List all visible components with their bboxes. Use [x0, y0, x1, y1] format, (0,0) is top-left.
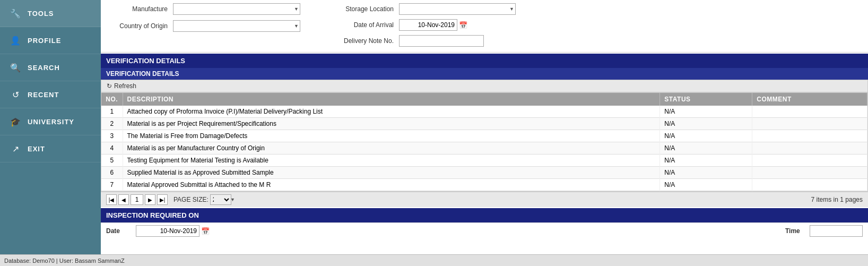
cell-description: Attached copy of Proforma Invoice (P.I)/…: [123, 106, 660, 118]
cell-comment: [752, 106, 867, 118]
date-of-arrival-wrapper: 10-Nov-2019 📅: [399, 19, 468, 31]
table-row: 1 Attached copy of Proforma Invoice (P.I…: [101, 106, 867, 118]
country-select-wrapper: [173, 20, 300, 32]
inspection-date-label: Date: [106, 227, 133, 235]
cell-status: N/A: [660, 106, 752, 118]
refresh-label: Refresh: [114, 82, 136, 90]
status-bar: Database: Demo70 | User: Bassam SammanZ: [0, 254, 868, 266]
search-icon: 🔍: [10, 62, 21, 73]
sidebar-label-recent: RECENT: [28, 91, 59, 99]
manufacture-select-wrapper: [173, 3, 300, 15]
refresh-icon: ↻: [107, 82, 112, 90]
next-page-button[interactable]: ▶: [145, 194, 155, 205]
first-page-button[interactable]: |◀: [106, 194, 117, 205]
top-form: Manufacture Country of Origin: [101, 0, 868, 53]
sidebar-label-exit: EXIT: [28, 145, 45, 153]
table-row: 3 The Material is Free from Damage/Defec…: [101, 130, 867, 142]
verification-table: NO. DESCRIPTION STATUS COMMENT 1 Attache…: [101, 93, 867, 191]
col-status: STATUS: [660, 93, 752, 106]
verification-section-title: VERIFICATION DETAILS: [106, 57, 185, 65]
tools-icon: 🔧: [10, 7, 21, 19]
table-row: 7 Material Approved Submittal is Attache…: [101, 179, 867, 191]
storage-location-label: Storage Location: [332, 5, 396, 13]
inspection-time-input[interactable]: [810, 225, 863, 237]
page-size-select[interactable]: 20 50 100: [210, 194, 231, 205]
manufacture-label: Manufacture: [106, 5, 170, 13]
cell-description: Supplied Material is as Approved Submitt…: [123, 167, 660, 179]
cell-status: N/A: [660, 142, 752, 155]
current-page-input[interactable]: [131, 194, 143, 205]
cell-comment: [752, 118, 867, 130]
sidebar-label-tools: TOOLS: [28, 10, 54, 18]
sidebar-label-university: UNIVERSITY: [28, 118, 74, 126]
table-row: 6 Supplied Material is as Approved Submi…: [101, 167, 867, 179]
table-row: 5 Testing Equipment for Material Testing…: [101, 155, 867, 167]
col-comment: COMMENT: [752, 93, 867, 106]
table-row: 2 Material is as per Project Requirement…: [101, 118, 867, 130]
university-icon: 🎓: [10, 116, 21, 127]
cell-no: 7: [101, 179, 123, 191]
sidebar-label-search: SEARCH: [28, 64, 60, 72]
country-of-origin-select[interactable]: [173, 20, 300, 32]
status-text: Database: Demo70 | User: Bassam SammanZ: [4, 258, 125, 264]
col-description: DESCRIPTION: [123, 93, 660, 106]
cell-status: N/A: [660, 155, 752, 167]
cell-no: 4: [101, 142, 123, 155]
sidebar-item-search[interactable]: 🔍 SEARCH: [0, 54, 101, 81]
refresh-bar: ↻ Refresh: [101, 80, 868, 92]
date-of-arrival-calendar-icon[interactable]: 📅: [458, 20, 468, 30]
delivery-note-input[interactable]: [399, 35, 484, 47]
sidebar-item-profile[interactable]: 👤 PROFILE: [0, 27, 101, 54]
cell-comment: [752, 130, 867, 142]
manufacture-select[interactable]: [173, 3, 300, 15]
date-of-arrival-label: Date of Arrival: [332, 21, 396, 29]
sidebar-item-university[interactable]: 🎓 UNIVERSITY: [0, 108, 101, 135]
cell-status: N/A: [660, 118, 752, 130]
main-content: Manufacture Country of Origin: [101, 0, 868, 266]
cell-no: 2: [101, 118, 123, 130]
cell-comment: [752, 142, 867, 155]
recent-icon: ↺: [10, 89, 21, 100]
inspection-date-input[interactable]: 10-Nov-2019: [136, 225, 199, 237]
inspection-section-title: INSPECTION REQUIRED ON: [106, 211, 199, 219]
cell-description: Material is as per Project Requirement/S…: [123, 118, 660, 130]
cell-description: Material Approved Submittal is Attached …: [123, 179, 660, 191]
col-no: NO.: [101, 93, 123, 106]
cell-comment: [752, 179, 867, 191]
inspection-date-wrapper: 10-Nov-2019 📅: [136, 225, 210, 237]
page-size-label: PAGE SIZE:: [173, 196, 209, 203]
inspection-time-label: Time: [785, 227, 806, 235]
delivery-note-label: Delivery Note No.: [332, 37, 396, 45]
storage-location-select[interactable]: [399, 3, 516, 15]
sidebar: 🔧 TOOLS 👤 PROFILE 🔍 SEARCH ↺ RECENT 🎓 UN…: [0, 0, 101, 266]
table-row: 4 Material is as per Manufacturer Countr…: [101, 142, 867, 155]
cell-no: 6: [101, 167, 123, 179]
verification-sub-section: VERIFICATION DETAILS: [101, 68, 868, 80]
last-page-button[interactable]: ▶|: [157, 194, 168, 205]
verification-table-container: NO. DESCRIPTION STATUS COMMENT 1 Attache…: [101, 92, 868, 192]
cell-comment: [752, 155, 867, 167]
inspection-section-header: INSPECTION REQUIRED ON: [101, 208, 868, 222]
refresh-button[interactable]: ↻ Refresh: [107, 82, 136, 90]
cell-comment: [752, 167, 867, 179]
cell-description: The Material is Free from Damage/Defects: [123, 130, 660, 142]
inspection-calendar-icon[interactable]: 📅: [201, 226, 210, 236]
cell-description: Material is as per Manufacturer Country …: [123, 142, 660, 155]
cell-status: N/A: [660, 179, 752, 191]
exit-icon: ↗: [10, 143, 21, 155]
date-of-arrival-input[interactable]: 10-Nov-2019: [399, 19, 457, 31]
sidebar-item-exit[interactable]: ↗ EXIT: [0, 135, 101, 162]
cell-no: 3: [101, 130, 123, 142]
cell-no: 1: [101, 106, 123, 118]
prev-page-button[interactable]: ◀: [118, 194, 129, 205]
page-size-wrapper: 20 50 100: [210, 194, 237, 205]
sidebar-label-profile: PROFILE: [28, 37, 61, 45]
country-of-origin-label: Country of Origin: [106, 22, 170, 30]
verification-section-header: VERIFICATION DETAILS: [101, 54, 868, 68]
sidebar-item-tools[interactable]: 🔧 TOOLS: [0, 0, 101, 27]
pagination-bar: |◀ ◀ ▶ ▶| PAGE SIZE: 20 50 100 7 items i…: [101, 192, 868, 207]
sidebar-item-recent[interactable]: ↺ RECENT: [0, 81, 101, 108]
inspection-row: Date 10-Nov-2019 📅 Time: [101, 222, 868, 239]
cell-description: Testing Equipment for Material Testing i…: [123, 155, 660, 167]
storage-select-wrapper: [399, 3, 516, 15]
